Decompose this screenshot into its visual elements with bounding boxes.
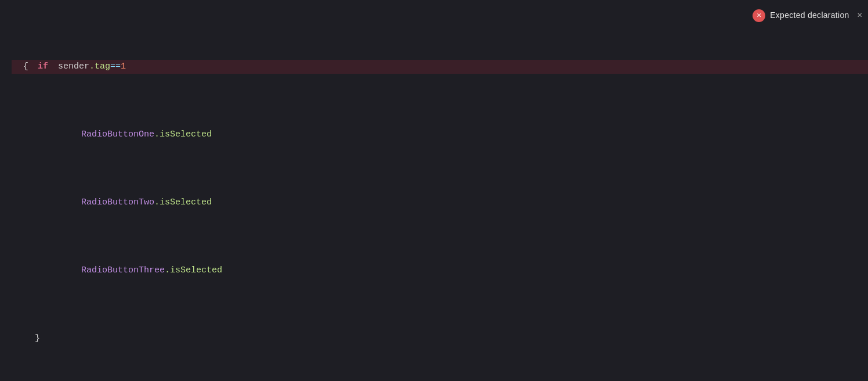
- token-op: ==: [110, 60, 121, 73]
- token-brace: }: [35, 332, 40, 345]
- error-icon: ✕: [753, 9, 765, 22]
- code-line-1: { if sender.tag==1: [12, 60, 868, 74]
- error-banner: ✕ Expected declaration ✕: [753, 9, 862, 22]
- token-class: RadioButtonTwo: [81, 196, 154, 209]
- token-class: RadioButtonThree: [81, 264, 165, 277]
- token-prop: .isSelected: [165, 264, 222, 277]
- code-line-2: RadioButtonOne.isSelected: [12, 128, 868, 142]
- code-editor: ✕ Expected declaration ✕ { if sender.tag…: [0, 0, 868, 381]
- code-line-5: }: [12, 332, 868, 346]
- error-icon-symbol: ✕: [757, 10, 761, 21]
- token-brace: {: [23, 60, 28, 73]
- code-line-3: RadioButtonTwo.isSelected: [12, 196, 868, 210]
- token-prop: .isSelected: [154, 128, 212, 141]
- token-text: sender: [53, 60, 89, 73]
- close-icon[interactable]: ✕: [858, 9, 862, 22]
- error-message: Expected declaration: [770, 9, 849, 22]
- token-prop: .tag: [89, 60, 110, 73]
- code-line-4: RadioButtonThree.isSelected: [12, 264, 868, 278]
- token-prop: .isSelected: [154, 196, 212, 209]
- code-content: { if sender.tag==1 RadioButtonOne.isSele…: [0, 0, 868, 381]
- token-num: 1: [121, 60, 126, 73]
- token-keyword-if: if: [38, 60, 48, 73]
- token-class: RadioButtonOne: [81, 128, 154, 141]
